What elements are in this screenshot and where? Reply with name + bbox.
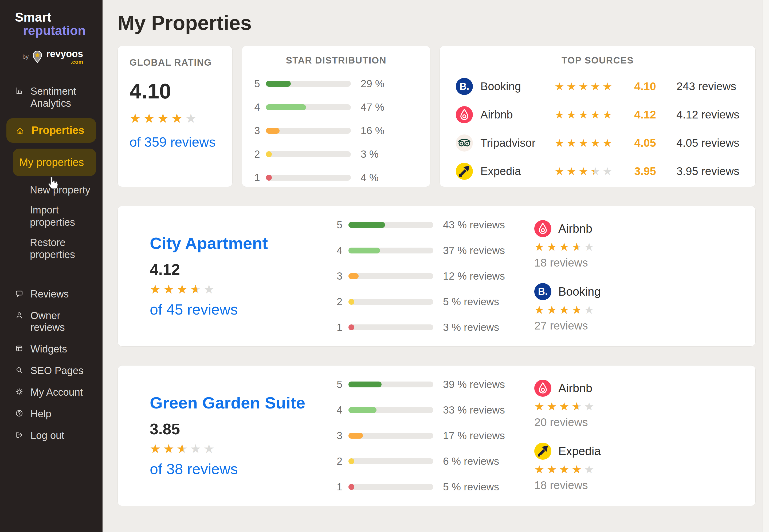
property-source-expedia: Expedia ★★★★★★★★★★ 18 reviews [534, 443, 745, 492]
property-rating-value: 4.12 [150, 260, 337, 278]
airbnb-icon [456, 106, 473, 123]
bar-fill [348, 248, 380, 253]
bar-fill [348, 324, 354, 330]
star-distribution-title: STAR DISTRIBUTION [254, 55, 418, 66]
home-icon [15, 125, 25, 136]
sidebar-item-restore-properties[interactable]: Restore properties [0, 229, 102, 261]
star-rating: ★★★★★★★★★★ [129, 112, 199, 125]
property-sources: Airbnb ★★★★★★★★★★ 18 reviews B. Booking … [513, 220, 745, 332]
booking-icon: B. [534, 283, 551, 300]
bar-fill [348, 222, 385, 228]
sidebar-nav: Sentiment Analytics Properties My proper… [0, 81, 102, 446]
sidebar-item-sentiment-analytics[interactable]: Sentiment Analytics [0, 81, 102, 114]
distribution-row-2: 2 5 % reviews [337, 296, 513, 308]
property-card-city-apartment: City Apartment 4.12 ★★★★★★★★★★ of 45 rev… [117, 206, 756, 347]
sidebar-item-owner-reviews[interactable]: Owner reviews [0, 305, 102, 339]
revyoos-name: revyoos [46, 48, 83, 59]
brand-by-label: by [22, 53, 29, 60]
property-sources: Airbnb ★★★★★★★★★★ 20 reviews [513, 380, 745, 492]
bar-track [266, 104, 351, 110]
source-review-count: 27 reviews [534, 319, 745, 332]
airbnb-icon [534, 380, 551, 397]
property-card-green-garden-suite: Green Garden Suite 3.85 ★★★★★★★★★★ of 38… [117, 365, 756, 506]
distribution-row-3: 3 16 % [254, 125, 418, 137]
global-rating-title: GLOBAL RATING [129, 57, 221, 68]
sidebar-item-my-account[interactable]: My Account [0, 382, 102, 403]
property-reviews-link[interactable]: of 45 reviews [150, 301, 337, 318]
star-distribution-rows: 5 29 % 4 47 % 3 16 % 2 3 % [254, 78, 418, 184]
sidebar-item-widgets[interactable]: Widgets [0, 338, 102, 360]
property-info: Green Garden Suite 3.85 ★★★★★★★★★★ of 38… [150, 394, 337, 478]
property-source-booking: B. Booking ★★★★★★★★★★ 27 reviews [534, 283, 745, 332]
top-sources-title: TOP SOURCES [456, 55, 739, 66]
bar-track [348, 433, 433, 439]
sidebar-item-help[interactable]: Help [0, 403, 102, 425]
sidebar-item-log-out[interactable]: Log out [0, 425, 102, 446]
distribution-row-2: 2 6 % reviews [337, 455, 513, 467]
expedia-icon [456, 163, 473, 180]
source-review-count: 18 reviews [534, 256, 745, 269]
distribution-row-4: 4 47 % [254, 101, 418, 113]
star-rating: ★★★★★★★★★★ [534, 241, 597, 253]
distribution-row-4: 4 33 % reviews [337, 404, 513, 416]
bar-fill [348, 484, 354, 490]
property-title-link[interactable]: Green Garden Suite [150, 394, 337, 412]
search-icon [15, 365, 23, 374]
source-review-count: 18 reviews [534, 479, 745, 492]
property-distribution: 5 43 % reviews 4 37 % reviews 3 12 % rev… [337, 219, 513, 333]
distribution-row-1: 1 3 % reviews [337, 321, 513, 333]
property-rating-stars: ★★★★★★★★★★ [150, 283, 337, 295]
top-sources-rows: B. Booking ★★★★★★★★★★ 4.10 243 reviews A… [456, 78, 739, 180]
sidebar-item-import-properties[interactable]: Import properties [0, 196, 102, 228]
brand-divider [15, 44, 89, 44]
brand-smart: Smart [15, 11, 96, 24]
bar-track [348, 273, 433, 279]
bar-fill [266, 175, 272, 181]
star-rating: ★★★★★★★★★★ [534, 464, 597, 475]
sidebar-item-seo-pages[interactable]: SEO Pages [0, 360, 102, 382]
source-stars: ★★★★★★★★★★ [534, 401, 745, 412]
distribution-row-1: 1 5 % reviews [337, 481, 513, 493]
bar-fill [348, 458, 354, 464]
bar-fill [348, 273, 359, 279]
distribution-row-1: 1 4 % [254, 172, 418, 184]
bar-track [266, 128, 351, 134]
star-rating: ★★★★★★★★★★ [534, 401, 597, 412]
source-stars: ★★★★★★★★★★ [534, 464, 745, 475]
brand-reputation: reputation [23, 24, 96, 37]
chat-icon [15, 288, 23, 298]
distribution-row-5: 5 29 % [254, 78, 418, 90]
widgets-icon [15, 343, 23, 353]
bar-chart-icon [15, 85, 23, 95]
booking-icon: B. [456, 78, 473, 95]
sidebar-item-my-properties[interactable]: My properties [13, 149, 96, 176]
bar-fill [348, 299, 354, 305]
property-title-link[interactable]: City Apartment [150, 234, 337, 252]
expedia-icon [534, 443, 551, 460]
sidebar-item-reviews[interactable]: Reviews [0, 283, 102, 305]
help-icon [15, 408, 23, 418]
source-row-expedia: Expedia ★★★★★★★★★★ 3.95 3.95 reviews [456, 163, 739, 180]
property-distribution: 5 39 % reviews 4 33 % reviews 3 17 % rev… [337, 379, 513, 493]
bar-track [348, 407, 433, 413]
property-reviews-link[interactable]: of 38 reviews [150, 460, 337, 478]
global-reviews-link[interactable]: of 359 reviews [129, 134, 221, 150]
bar-track [348, 222, 433, 228]
star-rating: ★★★★★★★★★★ [150, 283, 217, 295]
property-rating-value: 3.85 [150, 420, 337, 438]
property-source-airbnb: Airbnb ★★★★★★★★★★ 20 reviews [534, 380, 745, 429]
revyoos-pin-icon [32, 51, 43, 63]
bar-track [348, 248, 433, 253]
star-distribution-card: STAR DISTRIBUTION 5 29 % 4 47 % 3 16 % [242, 46, 430, 187]
sidebar-item-properties[interactable]: Properties [6, 118, 96, 142]
distribution-row-4: 4 37 % reviews [337, 245, 513, 256]
property-rating-stars: ★★★★★★★★★★ [150, 443, 337, 455]
distribution-row-5: 5 43 % reviews [337, 219, 513, 231]
star-rating: ★★★★★★★★★★ [150, 443, 217, 455]
scrollbar[interactable] [763, 0, 769, 532]
gear-icon [15, 386, 23, 396]
bar-fill [348, 433, 363, 439]
property-info: City Apartment 4.12 ★★★★★★★★★★ of 45 rev… [150, 234, 337, 318]
source-row-airbnb: Airbnb ★★★★★★★★★★ 4.12 4.12 reviews [456, 106, 739, 123]
bar-fill [348, 382, 382, 387]
